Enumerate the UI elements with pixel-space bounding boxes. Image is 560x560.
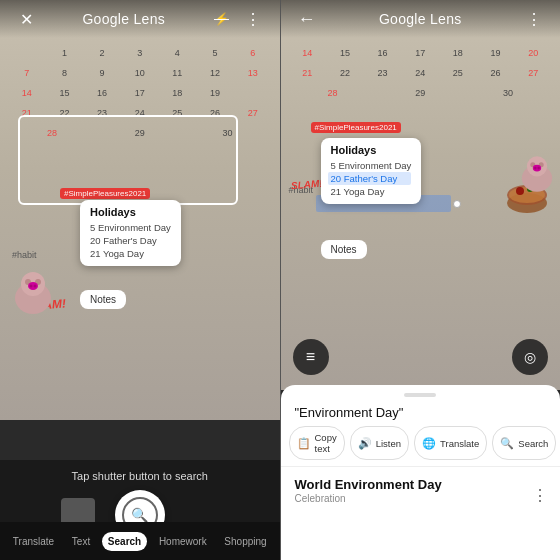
cal-cell: 16 xyxy=(372,44,394,62)
cal-cell: 16 xyxy=(91,84,113,102)
cal-cell: 28 xyxy=(321,84,343,102)
back-icon: ← xyxy=(298,9,316,30)
cal-cell: 23 xyxy=(372,64,394,82)
more-button-right[interactable]: ⋮ xyxy=(520,5,548,33)
cal-cell xyxy=(242,84,264,102)
popup-item: 21 Yoga Day xyxy=(90,247,171,260)
cal-cell: 18 xyxy=(447,44,469,62)
camera-bg-right: 14 15 16 17 18 19 20 21 22 23 24 25 26 2… xyxy=(281,0,561,390)
cal-cell: 22 xyxy=(334,64,356,82)
popup-card-right: Holidays 5 Environment Day 20 Father's D… xyxy=(321,138,422,204)
cal-cell: 13 xyxy=(242,64,264,82)
habit-text-left: #habit xyxy=(12,250,37,260)
more-icon-left: ⋮ xyxy=(245,10,261,29)
cal-cell: 15 xyxy=(53,84,75,102)
popup-title-right: Holidays xyxy=(331,144,412,156)
toolbar-icons-left: ⚡ ⋮ xyxy=(207,5,267,33)
popup-title-left: Holidays xyxy=(90,206,171,218)
cal-cell: 3 xyxy=(129,44,151,62)
result-title: World Environment Day xyxy=(295,477,547,492)
more-button-left[interactable]: ⋮ xyxy=(239,5,267,33)
cal-cell: 11 xyxy=(166,64,188,82)
app-title-left: Google Lens xyxy=(82,11,165,27)
right-panel: 14 15 16 17 18 19 20 21 22 23 24 25 26 2… xyxy=(281,0,561,560)
copy-text-label: Copy text xyxy=(315,432,337,454)
tap-hint: Tap shutter button to search xyxy=(72,470,208,482)
sheet-handle xyxy=(404,393,436,397)
cal-cell: 6 xyxy=(242,44,264,62)
sheet-result: World Environment Day Celebration xyxy=(281,467,561,510)
cal-cell: 9 xyxy=(91,64,113,82)
flash-button[interactable]: ⚡ xyxy=(207,5,235,33)
svg-point-17 xyxy=(534,167,537,170)
svg-point-18 xyxy=(537,167,540,170)
search-button[interactable]: 🔍 Search xyxy=(492,426,556,460)
toolbar-top-right: ← Google Lens ⋮ xyxy=(281,0,561,38)
cal-cell: 4 xyxy=(166,44,188,62)
back-button[interactable]: ← xyxy=(293,5,321,33)
popup-item-fathers: 20 Father's Day xyxy=(328,172,412,185)
svg-point-16 xyxy=(533,165,541,172)
cal-cell: 19 xyxy=(485,44,507,62)
close-button[interactable]: ✕ xyxy=(12,5,40,33)
popup-item-yoga: 21 Yoga Day xyxy=(331,185,412,198)
svg-point-5 xyxy=(30,285,33,288)
cal-cell: 17 xyxy=(409,44,431,62)
hashtag-tag-right: #SimplePleasures2021 xyxy=(311,122,401,133)
cal-cell: 17 xyxy=(129,84,151,102)
translate-icon: 🌐 xyxy=(422,437,436,450)
cal-cell: 2 xyxy=(91,44,113,62)
cal-cell: 19 xyxy=(204,84,226,102)
listen-icon: 🔊 xyxy=(358,437,372,450)
more-icon-right: ⋮ xyxy=(526,10,542,29)
translate-label: Translate xyxy=(440,438,479,449)
popup-item: 20 Father's Day xyxy=(90,234,171,247)
cal-cell: 29 xyxy=(409,84,431,102)
copy-text-button[interactable]: 📋 Copy text xyxy=(289,426,345,460)
tab-homework[interactable]: Homework xyxy=(153,532,213,551)
cal-cell: 20 xyxy=(522,44,544,62)
flash-icon: ⚡ xyxy=(214,12,229,26)
dot-indicator xyxy=(453,200,461,208)
app-title-right: Google Lens xyxy=(379,11,462,27)
cal-cell: 1 xyxy=(53,44,75,62)
cal-cell: 27 xyxy=(242,104,264,122)
tab-search[interactable]: Search xyxy=(102,532,147,551)
cal-cell: 26 xyxy=(485,64,507,82)
floating-buttons: ≡ ◎ xyxy=(281,339,561,375)
lens-select-button[interactable]: ◎ xyxy=(512,339,548,375)
pig-illustration-left xyxy=(8,268,58,318)
pig-illustration-right xyxy=(516,153,558,195)
cal-cell xyxy=(16,44,38,62)
camera-bg-left: 1 2 3 4 5 6 7 8 9 10 11 12 13 14 15 16 1… xyxy=(0,0,280,420)
cal-cell: 10 xyxy=(129,64,151,82)
translate-button[interactable]: 🌐 Translate xyxy=(414,426,487,460)
cal-cell: 24 xyxy=(409,64,431,82)
tab-translate[interactable]: Translate xyxy=(7,532,60,551)
cal-cell: 14 xyxy=(296,44,318,62)
search-label: Search xyxy=(518,438,548,449)
svg-point-6 xyxy=(34,285,37,288)
equalizer-button[interactable]: ≡ xyxy=(293,339,329,375)
search-icon-shutter: 🔍 xyxy=(131,507,148,523)
cal-cell: 12 xyxy=(204,64,226,82)
tab-shopping[interactable]: Shopping xyxy=(218,532,272,551)
cal-cell: 27 xyxy=(522,64,544,82)
cal-cell: 21 xyxy=(296,64,318,82)
cal-cell: 25 xyxy=(447,64,469,82)
cal-row: 7 8 9 10 11 12 13 xyxy=(8,64,272,82)
listen-label: Listen xyxy=(376,438,401,449)
calendar-right: 14 15 16 17 18 19 20 21 22 23 24 25 26 2… xyxy=(281,40,561,108)
equalizer-icon: ≡ xyxy=(306,348,315,366)
cal-row: 14 15 16 17 18 19 20 xyxy=(289,44,553,62)
listen-button[interactable]: 🔊 Listen xyxy=(350,426,409,460)
notes-label-left: Notes xyxy=(80,290,126,309)
copy-icon: 📋 xyxy=(297,437,311,450)
cal-cell: 15 xyxy=(334,44,356,62)
popup-item-env: 5 Environment Day xyxy=(331,159,412,172)
search-icon: 🔍 xyxy=(500,437,514,450)
tab-text[interactable]: Text xyxy=(66,532,96,551)
slam-text-right: SLAM! xyxy=(290,178,323,192)
tab-bar-left: Translate Text Search Homework Shopping xyxy=(0,522,280,560)
result-more-icon[interactable]: ⋮ xyxy=(532,486,548,505)
